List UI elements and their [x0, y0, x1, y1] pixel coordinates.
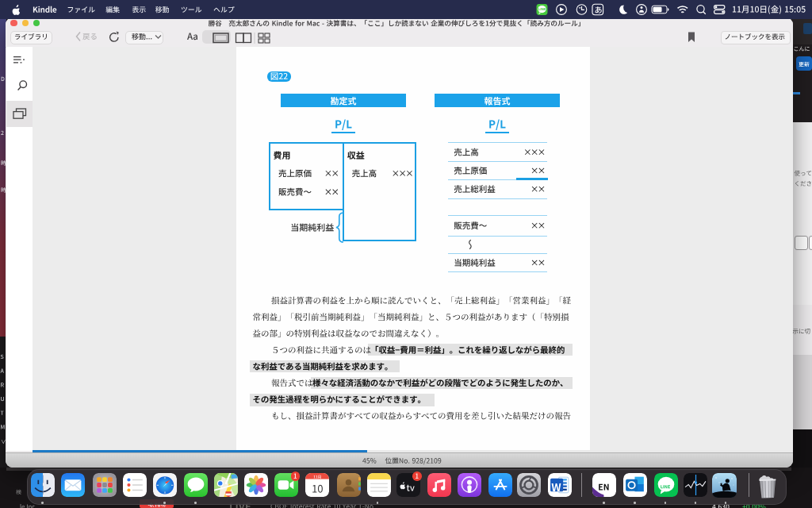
svg-text:LINE: LINE: [538, 7, 546, 11]
